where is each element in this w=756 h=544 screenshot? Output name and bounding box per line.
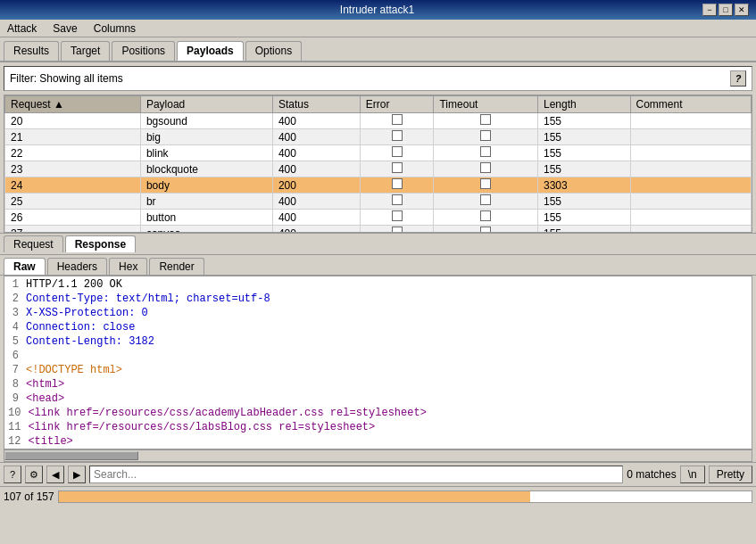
table-row[interactable]: 24 body 200 3303 [5,177,752,194]
cell-payload: button [140,210,272,226]
cell-timeout[interactable] [434,177,537,194]
line-number: 1 [8,278,26,293]
code-line: 6 [8,350,748,364]
cell-error[interactable] [360,210,434,226]
filter-help-button[interactable]: ? [730,70,746,87]
code-area: 1HTTP/1.1 200 OK2Content-Type: text/html… [4,276,752,449]
cell-length: 155 [537,129,630,145]
table-row[interactable]: 23 blockquote 400 155 [5,161,752,177]
cell-error[interactable] [360,129,434,145]
table-row[interactable]: 26 button 400 155 [5,210,752,226]
cell-error[interactable] [360,177,434,194]
col-payload[interactable]: Payload [140,96,272,113]
help-button[interactable]: ? [4,466,21,483]
tab-positions[interactable]: Positions [112,41,175,61]
filter-text: Filter: Showing all items [10,72,123,85]
code-line: 4Connection: close [8,321,748,335]
cell-timeout[interactable] [434,161,537,177]
settings-button[interactable]: ⚙ [25,466,43,483]
cell-error[interactable] [360,113,434,129]
bottom-scrollbar[interactable] [4,449,752,462]
cell-status: 400 [272,210,360,226]
line-content: <!DOCTYPE html> [26,364,748,378]
col-timeout[interactable]: Timeout [434,96,537,113]
cell-timeout[interactable] [434,113,537,129]
cell-comment [630,177,752,194]
newline-button[interactable]: \n [680,466,705,483]
tab-payloads[interactable]: Payloads [177,41,244,61]
menu-bar: Attack Save Columns [0,20,756,37]
tab-target[interactable]: Target [61,41,110,61]
cell-length: 155 [537,210,630,226]
cell-length: 155 [537,145,630,161]
cell-status: 400 [272,161,360,177]
response-tab-headers[interactable]: Headers [47,258,107,275]
cell-request: 25 [5,194,141,210]
cell-error[interactable] [360,226,434,234]
cell-error[interactable] [360,161,434,177]
next-button[interactable]: ▶ [68,466,86,483]
line-number: 7 [8,364,26,378]
response-tab-render[interactable]: Render [149,258,204,275]
cell-request: 21 [5,129,141,145]
response-tab-raw[interactable]: Raw [4,258,46,275]
line-content: X-XSS-Protection: 0 [26,307,748,321]
code-line: 5Content-Length: 3182 [8,335,748,350]
col-request[interactable]: Request ▲ [5,96,141,113]
line-content: <title> [28,435,748,449]
cell-timeout[interactable] [434,129,537,145]
cell-payload: bgsound [140,113,272,129]
filter-bar: Filter: Showing all items ? [4,66,752,91]
cell-request: 22 [5,145,141,161]
line-number: 6 [8,350,26,364]
search-input[interactable] [89,466,623,483]
table-body: 20 bgsound 400 155 21 big 400 155 22 bli… [5,113,752,234]
results-table-container: Request ▲ Payload Status Error Timeout L… [4,95,752,233]
table-row[interactable]: 27 canvas 400 155 [5,226,752,234]
response-tab-hex[interactable]: Hex [109,258,147,275]
cell-error[interactable] [360,194,434,210]
table-row[interactable]: 25 br 400 155 [5,194,752,210]
line-number: 5 [8,335,26,350]
cell-comment [630,145,752,161]
prev-button[interactable]: ◀ [46,466,64,483]
cell-timeout[interactable] [434,194,537,210]
tab-response[interactable]: Response [65,235,136,252]
line-content: Connection: close [26,321,748,335]
cell-timeout[interactable] [434,210,537,226]
code-line: 7<!DOCTYPE html> [8,364,748,378]
scrollbar-thumb[interactable] [4,451,138,460]
table-row[interactable]: 21 big 400 155 [5,129,752,145]
line-number: 4 [8,321,26,335]
menu-attack[interactable]: Attack [4,21,40,36]
minimize-button[interactable]: − [702,4,717,16]
line-number: 12 [8,435,28,449]
cell-timeout[interactable] [434,226,537,234]
col-error[interactable]: Error [360,96,434,113]
line-content: <link href=/resources/css/academyLabHead… [28,407,748,421]
line-number: 9 [8,392,26,407]
cell-payload: body [140,177,272,194]
col-status[interactable]: Status [272,96,360,113]
cell-error[interactable] [360,145,434,161]
cell-request: 26 [5,210,141,226]
main-tabs-bar: Results Target Positions Payloads Option… [0,37,756,62]
code-line: 3X-XSS-Protection: 0 [8,307,748,321]
table-row[interactable]: 22 blink 400 155 [5,145,752,161]
close-button[interactable]: ✕ [735,4,749,16]
cell-status: 200 [272,177,360,194]
cell-timeout[interactable] [434,145,537,161]
maximize-button[interactable]: □ [719,4,733,16]
menu-columns[interactable]: Columns [90,21,139,36]
tab-request[interactable]: Request [4,235,63,252]
col-comment[interactable]: Comment [630,96,752,113]
code-line: 12 <title> [8,435,748,449]
code-line: 1HTTP/1.1 200 OK [8,278,748,293]
tab-results[interactable]: Results [4,41,59,61]
pretty-button[interactable]: Pretty [709,466,752,483]
tab-options[interactable]: Options [245,41,302,61]
menu-save[interactable]: Save [49,21,80,36]
col-length[interactable]: Length [537,96,630,113]
table-row[interactable]: 20 bgsound 400 155 [5,113,752,129]
cell-status: 400 [272,129,360,145]
